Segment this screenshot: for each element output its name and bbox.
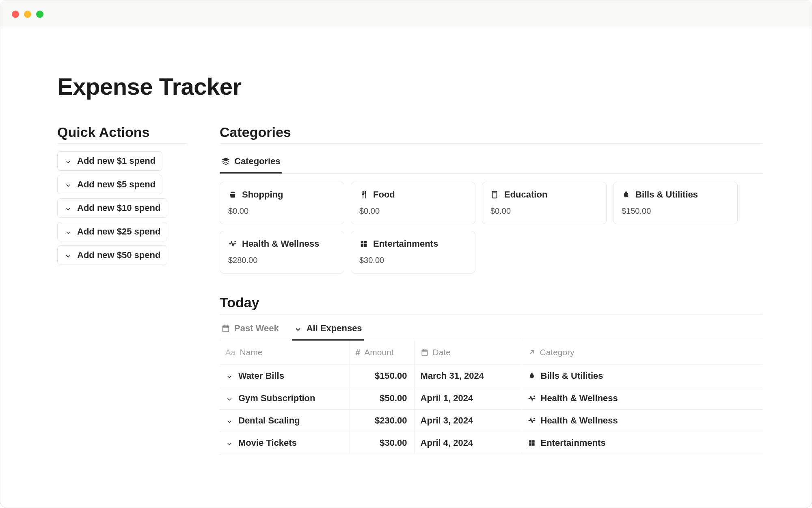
col-label: Amount: [364, 347, 393, 357]
quick-action-label: Add new $1 spend: [77, 156, 155, 166]
card-amount: $150.00: [622, 206, 729, 216]
cell-category: Bills & Utilities: [522, 365, 763, 387]
text-type-icon: [225, 347, 235, 357]
down-arrow-icon: [64, 204, 72, 212]
maximize-window-icon[interactable]: [36, 11, 43, 18]
quick-action-button[interactable]: Add new $50 spend: [57, 245, 167, 265]
hash-icon: [356, 347, 361, 357]
column-header-amount[interactable]: Amount: [350, 340, 415, 365]
table-row[interactable]: Movie Tickets$30.00April 4, 2024Entertai…: [220, 432, 763, 454]
layers-icon: [221, 157, 230, 166]
category-card[interactable]: Entertainments$30.00: [351, 231, 475, 274]
calendar-icon: [221, 324, 230, 333]
cell-date: April 1, 2024: [415, 387, 522, 410]
traffic-lights: [12, 11, 43, 18]
page-title: Expense Tracker: [57, 73, 763, 100]
close-window-icon[interactable]: [12, 11, 19, 18]
quick-action-button[interactable]: Add new $10 spend: [57, 198, 167, 218]
down-arrow-icon: [64, 157, 72, 165]
cell-name: Dental Scaling: [220, 410, 350, 432]
column-header-name[interactable]: Name: [220, 340, 350, 365]
categories-tab[interactable]: Categories: [220, 151, 282, 174]
today-tabs-row: Past WeekAll Expenses: [220, 318, 763, 341]
col-label: Category: [540, 347, 574, 357]
quick-action-label: Add new $10 spend: [77, 203, 160, 213]
tab-label: Past Week: [234, 323, 279, 334]
tab-label: All Expenses: [307, 323, 362, 334]
quick-action-label: Add new $5 spend: [77, 179, 155, 190]
cell-name: Water Bills: [220, 365, 350, 387]
cell-amount: $30.00: [350, 432, 415, 454]
titlebar: [0, 0, 812, 28]
expense-name: Movie Tickets: [238, 438, 297, 448]
card-name: Entertainments: [373, 239, 438, 249]
health-icon: [228, 239, 237, 248]
cell-date: April 4, 2024: [415, 432, 522, 454]
card-title: Bills & Utilities: [622, 189, 729, 200]
category-card[interactable]: Health & Wellness$280.00: [220, 231, 344, 274]
card-name: Education: [504, 189, 547, 200]
category-card[interactable]: Bills & Utilities$150.00: [613, 182, 738, 224]
cell-name: Gym Subscription: [220, 387, 350, 410]
card-title: Food: [359, 189, 467, 200]
quick-action-button[interactable]: Add new $5 spend: [57, 175, 162, 194]
column-header-date[interactable]: Date: [415, 340, 522, 365]
divider: [220, 315, 763, 315]
card-name: Shopping: [242, 189, 283, 200]
expense-name: Water Bills: [238, 371, 284, 381]
card-amount: $30.00: [359, 256, 467, 265]
minimize-window-icon[interactable]: [24, 11, 31, 18]
category-name: Entertainments: [541, 438, 606, 448]
right-column: Categories Categories Shopping$0.00Food$…: [220, 124, 763, 454]
table-row[interactable]: Water Bills$150.00March 31, 2024Bills & …: [220, 365, 763, 387]
column-header-category[interactable]: Category: [522, 340, 763, 365]
down-arrow-icon: [225, 439, 233, 447]
health-icon: [528, 417, 536, 425]
down-arrow-icon: [64, 180, 72, 189]
table-row[interactable]: Gym Subscription$50.00April 1, 2024Healt…: [220, 387, 763, 410]
cell-amount: $50.00: [350, 387, 415, 410]
cell-category: Health & Wellness: [522, 387, 763, 410]
health-icon: [528, 394, 536, 402]
cell-amount: $150.00: [350, 365, 415, 387]
card-title: Health & Wellness: [228, 239, 336, 249]
quick-action-button[interactable]: Add new $25 spend: [57, 222, 167, 241]
window: Expense Tracker Quick Actions Add new $1…: [0, 0, 812, 508]
down-arrow-icon: [225, 372, 233, 380]
bills-icon: [622, 190, 631, 199]
card-title: Entertainments: [359, 239, 467, 249]
quick-action-label: Add new $25 spend: [77, 226, 160, 237]
tab-all-expenses[interactable]: All Expenses: [292, 318, 364, 341]
category-card[interactable]: Education$0.00: [482, 182, 607, 224]
card-title: Shopping: [228, 189, 336, 200]
entertainment-icon: [528, 439, 536, 447]
category-card[interactable]: Shopping$0.00: [220, 182, 344, 224]
down-arrow-icon: [64, 228, 72, 236]
table-row[interactable]: Dental Scaling$230.00April 3, 2024Health…: [220, 410, 763, 432]
quick-action-button[interactable]: Add new $1 spend: [57, 151, 162, 171]
category-name: Health & Wellness: [541, 393, 618, 404]
card-amount: $0.00: [359, 206, 467, 216]
bills-icon: [528, 372, 536, 380]
card-name: Health & Wellness: [242, 239, 319, 249]
divider: [57, 143, 187, 144]
cell-date: April 3, 2024: [415, 410, 522, 432]
category-cards: Shopping$0.00Food$0.00Education$0.00Bill…: [220, 182, 763, 274]
down-arrow-icon: [294, 324, 302, 333]
category-card[interactable]: Food$0.00: [351, 182, 475, 224]
shopping-icon: [228, 190, 237, 199]
card-name: Bills & Utilities: [635, 189, 698, 200]
category-name: Bills & Utilities: [541, 371, 603, 381]
tab-label: Categories: [234, 156, 281, 167]
food-icon: [359, 190, 368, 199]
divider: [220, 143, 763, 144]
down-arrow-icon: [64, 251, 72, 259]
cell-name: Movie Tickets: [220, 432, 350, 454]
cell-date: March 31, 2024: [415, 365, 522, 387]
cell-category: Entertainments: [522, 432, 763, 454]
down-arrow-icon: [225, 417, 233, 425]
education-icon: [490, 190, 499, 199]
card-amount: $0.00: [490, 206, 598, 216]
quick-actions-heading: Quick Actions: [57, 124, 187, 143]
tab-past-week[interactable]: Past Week: [220, 318, 281, 341]
